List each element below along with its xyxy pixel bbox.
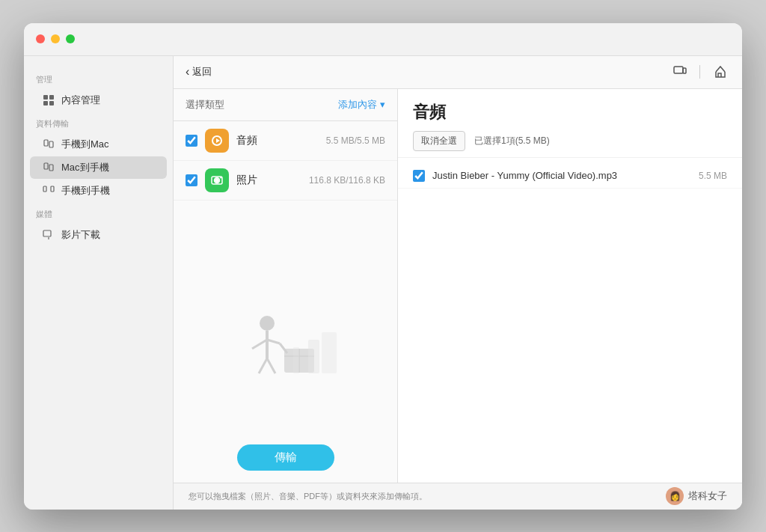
left-panel: 選擇類型 添加內容 ▾ [174,89,398,483]
sidebar-item-content-management[interactable]: 內容管理 [30,89,167,111]
sidebar-item-label: 手機到手機 [61,184,110,198]
minimize-button[interactable] [51,34,60,43]
watermark: 👩 塔科女子 [666,487,727,505]
svg-rect-5 [49,141,53,147]
sidebar-item-label: Mac到手機 [61,161,109,174]
sidebar-item-video-download[interactable]: 影片下載 [30,224,167,246]
sidebar-item-mac-to-phone[interactable]: Mac到手機 [30,156,167,179]
bottom-bar: 您可以拖曳檔案（照片、音樂、PDF等）或資料夾來添加傳輸項。 👩 塔科女子 [174,483,742,510]
svg-rect-10 [43,230,51,236]
device-icon-button[interactable] [670,61,690,82]
back-label: 返回 [192,65,212,79]
back-arrow-icon: ‹ [186,65,189,79]
photo-category-name: 照片 [236,174,301,187]
audio-category-size: 5.5 MB/5.5 MB [326,135,385,146]
panel-header: 選擇類型 添加內容 ▾ [174,89,397,121]
svg-rect-0 [43,95,48,100]
svg-rect-29 [293,347,299,373]
deselect-all-button[interactable]: 取消全選 [413,131,465,151]
sidebar-item-label: 影片下載 [61,228,100,242]
svg-rect-1 [49,95,54,100]
phone-phone-icon [42,184,55,198]
content-area: ‹ 返回 [174,56,742,510]
svg-rect-6 [44,163,48,169]
sidebar: 管理 內容管理 資料傳輸 [24,56,174,510]
svg-line-21 [259,358,267,373]
svg-rect-27 [308,340,319,373]
add-content-button[interactable]: 添加內容 ▾ [338,98,385,111]
right-panel-header: 音頻 取消全選 已選擇1項(5.5 MB) [398,89,742,158]
right-panel-toolbar: 取消全選 已選擇1項(5.5 MB) [413,131,727,151]
category-item-photo[interactable]: 照片 116.8 KB/116.8 KB [174,161,397,201]
sidebar-item-phone-to-mac[interactable]: 手機到Mac [30,133,167,156]
main-layout: 管理 內容管理 資料傳輸 [24,56,742,510]
sidebar-section-media: 媒體 [24,203,173,223]
audio-category-name: 音頻 [236,134,319,147]
sidebar-section-transfer: 資料傳輸 [24,112,173,132]
svg-line-26 [280,343,287,353]
toolbar-right [670,61,730,82]
svg-rect-3 [49,101,54,106]
svg-rect-11 [674,67,683,73]
phone-mac-icon [42,138,55,151]
svg-rect-4 [44,140,48,146]
illustration-svg [226,302,346,392]
audio-icon [205,129,229,153]
svg-point-16 [220,177,221,178]
file-item[interactable]: Justin Bieber - Yummy (Official Video).m… [398,164,742,189]
app-window: 管理 內容管理 資料傳輸 [24,23,742,510]
sidebar-item-label: 手機到Mac [61,138,109,151]
toolbar-divider [699,65,700,79]
svg-line-19 [252,340,267,349]
video-download-icon [42,228,55,242]
transfer-button[interactable]: 傳輸 [237,444,334,471]
settings-icon-button[interactable] [709,61,730,82]
grid-icon [42,94,55,107]
photo-icon [205,168,229,192]
svg-rect-2 [43,101,48,106]
svg-rect-8 [43,186,46,192]
maximize-button[interactable] [66,34,75,43]
file-list: Justin Bieber - Yummy (Official Video).m… [398,158,742,483]
svg-rect-7 [49,165,53,171]
sidebar-item-phone-to-phone[interactable]: 手機到手機 [30,180,167,202]
right-panel: 音頻 取消全選 已選擇1項(5.5 MB) Justin Bieber - Yu… [398,89,742,483]
watermark-text: 塔科女子 [688,489,727,503]
split-view: 選擇類型 添加內容 ▾ [174,89,742,483]
close-button[interactable] [36,34,45,43]
back-button[interactable]: ‹ 返回 [186,65,212,79]
photo-category-size: 116.8 KB/116.8 KB [309,175,385,186]
selected-info: 已選擇1項(5.5 MB) [474,135,550,147]
category-list: 音頻 5.5 MB/5.5 MB [174,121,397,262]
svg-point-17 [260,316,275,331]
mac-phone-icon [42,161,55,174]
audio-checkbox[interactable] [186,135,197,147]
svg-rect-9 [51,186,54,192]
bottom-hint: 您可以拖曳檔案（照片、音樂、PDF等）或資料夾來添加傳輸項。 [189,491,427,502]
sidebar-section-management: 管理 [24,68,173,88]
file-size: 5.5 MB [699,171,727,181]
svg-rect-12 [683,68,686,73]
transfer-section: 傳輸 [174,432,397,483]
svg-line-20 [267,340,280,343]
panel-title: 選擇類型 [186,98,224,111]
file-name: Justin Bieber - Yummy (Official Video).m… [432,170,691,181]
titlebar [24,23,742,56]
right-panel-title: 音頻 [413,101,727,123]
svg-line-22 [267,358,275,373]
file-checkbox[interactable] [413,170,425,182]
watermark-avatar: 👩 [666,487,684,505]
svg-rect-28 [322,332,337,373]
category-item-audio[interactable]: 音頻 5.5 MB/5.5 MB [174,121,397,161]
sidebar-item-label: 內容管理 [61,94,100,107]
photo-checkbox[interactable] [186,174,197,186]
toolbar: ‹ 返回 [174,56,742,89]
illustration-area [174,262,397,432]
traffic-lights [36,34,75,43]
